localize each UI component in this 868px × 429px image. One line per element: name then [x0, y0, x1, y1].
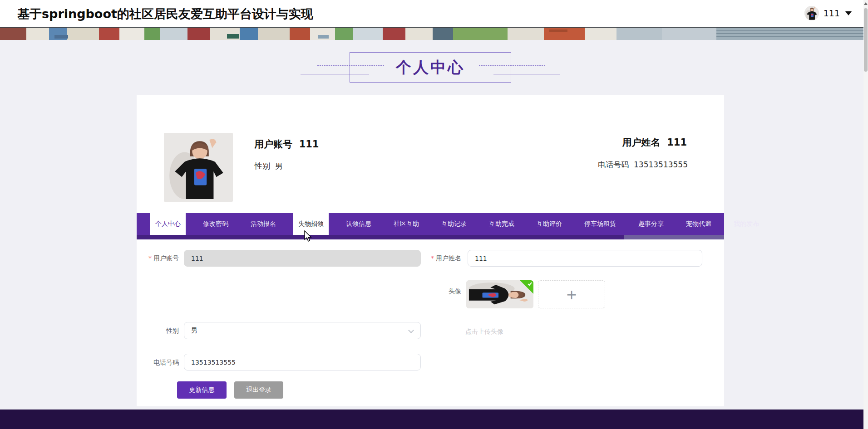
app-title: 基于springboot的社区居民友爱互助平台设计与实现 [17, 6, 313, 22]
update-info-button[interactable]: 更新信息 [177, 381, 227, 399]
user-avatar[interactable] [804, 6, 819, 20]
tab-fun-sharing[interactable]: 趣事分享 [633, 213, 669, 235]
account-field-label: *用户账号 [137, 254, 179, 263]
avatar-upload-button[interactable]: + [538, 280, 605, 308]
user-menu[interactable]: 111 [804, 5, 852, 21]
title-box: 个人中心 [350, 52, 511, 83]
phone-summary: 电话号码 13513513555 [598, 160, 688, 170]
logout-button[interactable]: 退出登录 [234, 381, 283, 399]
gender-select[interactable]: 男 [184, 322, 421, 339]
footer [0, 410, 868, 429]
page-scrollbar[interactable] [863, 0, 868, 429]
check-icon [527, 281, 533, 287]
account-summary: 用户账号 111 [254, 138, 319, 151]
name-summary-value: 111 [667, 137, 687, 148]
name-summary-label: 用户姓名 [622, 137, 661, 148]
tab-activity-signup[interactable]: 活动报名 [246, 213, 281, 235]
main-card: 用户账号 111 性别 男 用户姓名 111 电话号码 13513513555 … [137, 95, 724, 406]
tab-scrollbar-thumb[interactable] [137, 235, 624, 239]
phone-input[interactable] [184, 354, 421, 370]
gender-select-value: 男 [191, 327, 197, 335]
title-dash-left [317, 65, 384, 66]
tab-change-password[interactable]: 修改密码 [198, 213, 233, 235]
required-mark: * [148, 254, 152, 262]
scrollbar-thumb[interactable] [864, 8, 868, 72]
title-dash-right [479, 65, 545, 66]
tab-mutual-aid-complete[interactable]: 互助完成 [484, 213, 519, 235]
account-summary-label: 用户账号 [254, 139, 292, 150]
tab-scrollbar-track[interactable] [137, 235, 724, 239]
title-line-right [493, 74, 560, 74]
required-mark: * [431, 254, 434, 262]
tab-parking-rental[interactable]: 停车场租赁 [579, 213, 621, 235]
page-title: 个人中心 [396, 57, 465, 78]
tab-mutual-aid-records[interactable]: 互助记录 [436, 213, 472, 235]
dropdown-arrow-icon [845, 11, 852, 15]
header: 基于springboot的社区居民友爱互助平台设计与实现 111 [0, 0, 868, 27]
phone-field-label: 电话号码 [137, 359, 179, 367]
account-summary-value: 111 [299, 139, 319, 150]
phone-summary-label: 电话号码 [598, 160, 629, 169]
personal-center-page: 基于springboot的社区居民友爱互助平台设计与实现 111 [0, 0, 868, 429]
tab-pet-walking[interactable]: 宠物代遛 [681, 213, 716, 235]
tab-my-posts[interactable]: 我的发布 [729, 213, 764, 235]
title-line-left [301, 74, 369, 74]
avatar-upload-thumbnail[interactable] [466, 280, 533, 308]
tab-claim-info[interactable]: 认领信息 [341, 213, 376, 235]
tab-bar: 个人中心 修改密码 活动报名 失物招领 认领信息 社区互助 互助记录 互助完成 … [137, 213, 724, 239]
name-input[interactable] [468, 250, 702, 267]
plus-icon: + [566, 287, 577, 302]
avatar-upload-hint: 点击上传头像 [465, 328, 503, 336]
gender-summary: 性别 男 [255, 161, 283, 171]
name-summary: 用户姓名 111 [622, 136, 687, 149]
tab-mutual-aid-evaluation[interactable]: 互助评价 [532, 213, 567, 235]
phone-summary-value: 13513513555 [634, 160, 688, 169]
profile-photo [164, 133, 233, 202]
tab-community-mutual-aid[interactable]: 社区互助 [389, 213, 424, 235]
scrollbar-up-arrow-icon[interactable] [864, 2, 868, 5]
avatar-field-label: 头像 [391, 288, 461, 296]
chevron-down-icon [408, 327, 414, 333]
gender-summary-label: 性别 [255, 161, 270, 171]
tab-personal-center[interactable]: 个人中心 [150, 213, 186, 235]
gender-summary-value: 男 [275, 161, 283, 171]
gender-field-label: 性别 [137, 327, 179, 335]
mouse-cursor-icon [304, 230, 312, 242]
header-username: 111 [824, 8, 840, 18]
name-field-label: *用户姓名 [391, 254, 461, 263]
account-input [184, 250, 421, 267]
banner-image [0, 27, 868, 40]
